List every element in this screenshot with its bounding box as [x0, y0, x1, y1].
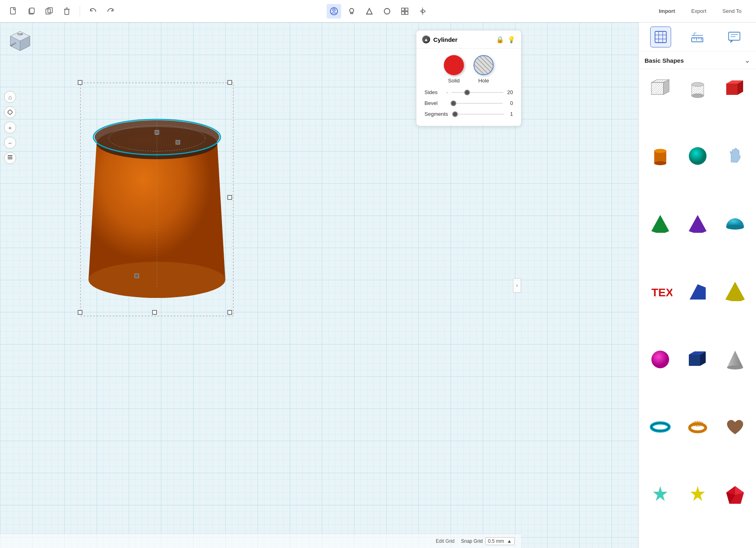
shape-text[interactable]: TEXT [642, 275, 678, 308]
hole-option[interactable]: Hole [474, 55, 494, 84]
orientation-cube[interactable]: TOP BACK [6, 29, 34, 56]
panel-collapse-arrow[interactable]: › [513, 278, 521, 293]
svg-rect-29 [8, 157, 12, 158]
mirror-button[interactable] [415, 4, 430, 18]
solid-option[interactable]: Solid [444, 55, 464, 84]
segments-slider[interactable] [452, 114, 504, 115]
svg-rect-14 [405, 8, 408, 11]
sides-value: 20 [507, 89, 513, 95]
redo-button[interactable] [103, 4, 118, 18]
shape-wedge-navy[interactable] [680, 275, 715, 308]
segments-label: Segments [424, 111, 448, 117]
send-to-button[interactable]: Send To [715, 5, 750, 17]
shape-cube-red[interactable] [717, 72, 753, 105]
snap-value-arrow: ▲ [507, 538, 512, 544]
svg-rect-36 [228, 310, 232, 314]
svg-rect-71 [726, 84, 737, 95]
fit-button[interactable] [4, 106, 16, 118]
home-button[interactable]: ⌂ [4, 91, 16, 103]
shape-star-teal[interactable] [642, 479, 678, 511]
svg-point-10 [350, 8, 354, 12]
segments-row: Segments 1 [416, 109, 521, 119]
svg-marker-79 [651, 215, 669, 233]
svg-marker-99 [690, 486, 705, 501]
shape-hand[interactable] [717, 140, 753, 172]
grid-view-button[interactable] [398, 4, 412, 18]
shape-star-yellow[interactable] [680, 479, 715, 511]
shape-torus-teal[interactable] [642, 411, 678, 443]
undo-button[interactable] [86, 4, 100, 18]
shape-pyramid-green[interactable] [642, 208, 678, 240]
shape-outline-button[interactable] [362, 4, 377, 18]
svg-rect-60 [729, 32, 740, 40]
bevel-value: 0 [507, 100, 513, 106]
properties-title: Cylinder [433, 36, 493, 43]
shape-pyramid-yellow[interactable] [717, 275, 753, 308]
export-button[interactable]: Export [683, 5, 715, 17]
properties-panel: ▲ Cylinder 🔒 💡 Solid Hole Sides - [416, 31, 521, 126]
shape-cylinder-orange[interactable] [642, 140, 678, 172]
layers-button[interactable] [4, 152, 16, 164]
ruler-icon-button[interactable] [687, 27, 708, 47]
properties-header: ▲ Cylinder 🔒 💡 [416, 31, 521, 49]
bevel-slider[interactable] [451, 103, 503, 104]
snap-grid-label: Snap Grid [461, 538, 483, 544]
top-toolbar: Import Export Send To [0, 0, 756, 23]
community-button[interactable] [327, 4, 341, 18]
svg-marker-92 [727, 351, 743, 367]
new-button[interactable] [6, 4, 21, 18]
main-area: TOP BACK ⌂ + − [0, 23, 756, 548]
delete-button[interactable] [60, 4, 74, 18]
import-button[interactable]: Import [651, 5, 683, 17]
shape-gem-red[interactable] [717, 479, 753, 511]
segments-slider-area [452, 114, 504, 115]
edit-grid-label[interactable]: Edit Grid [436, 538, 455, 544]
lock-icon[interactable]: 🔒 [496, 36, 504, 43]
svg-point-24 [8, 110, 12, 114]
shape-torus-ring-orange[interactable] [680, 411, 715, 443]
hole-circle [474, 55, 494, 75]
canvas-area[interactable]: TOP BACK ⌂ + − [0, 23, 639, 548]
svg-rect-47 [135, 274, 139, 278]
grid-icon-button[interactable] [650, 27, 671, 47]
shape-box-striped[interactable] [642, 72, 678, 105]
shape-heart-brown[interactable] [717, 411, 753, 443]
svg-point-76 [654, 161, 666, 165]
collapse-panel-button[interactable]: ▲ [422, 35, 430, 43]
shapes-title: Basic Shapes [645, 57, 684, 64]
svg-rect-34 [228, 80, 232, 84]
sides-slider[interactable] [451, 92, 503, 93]
svg-rect-64 [651, 82, 663, 94]
shape-sphere-teal[interactable] [680, 140, 715, 172]
shape-cube-navy[interactable] [680, 343, 715, 376]
bulb-icon[interactable]: 💡 [507, 36, 515, 43]
shape-dome-teal[interactable] [717, 208, 753, 240]
lightbulb-button[interactable] [344, 4, 359, 18]
shape-cylinder-gray[interactable] [680, 72, 715, 105]
circle-outline-button[interactable] [380, 4, 394, 18]
snap-grid-value[interactable]: 0.5 mm ▲ [485, 537, 515, 545]
svg-text:TOP: TOP [17, 33, 23, 36]
zoom-out-button[interactable]: − [4, 137, 16, 149]
zoom-in-button[interactable]: + [4, 121, 16, 133]
snap-grid-area: Snap Grid 0.5 mm ▲ [461, 537, 515, 545]
svg-point-82 [726, 225, 744, 230]
svg-point-88 [651, 351, 669, 368]
shape-cone-gray[interactable] [717, 343, 753, 376]
sides-label: Sides [424, 89, 442, 95]
shape-pyramid-purple[interactable] [680, 208, 715, 240]
svg-point-75 [654, 149, 666, 153]
shape-sphere-magenta[interactable] [642, 343, 678, 376]
svg-marker-98 [653, 486, 667, 501]
right-panel: Basic Shapes ⌄ [639, 23, 756, 548]
notes-icon-button[interactable] [724, 27, 745, 47]
shapes-dropdown-icon[interactable]: ⌄ [744, 56, 750, 65]
copy-button[interactable] [24, 4, 39, 18]
duplicate-button[interactable] [42, 4, 56, 18]
svg-point-93 [727, 365, 743, 369]
shapes-grid: TEXT [639, 69, 756, 548]
bevel-row: Bevel 0 [416, 98, 521, 109]
bottom-bar: Edit Grid Snap Grid 0.5 mm ▲ [0, 534, 521, 548]
cylinder-3d-object[interactable] [72, 71, 241, 322]
svg-rect-13 [402, 8, 404, 11]
